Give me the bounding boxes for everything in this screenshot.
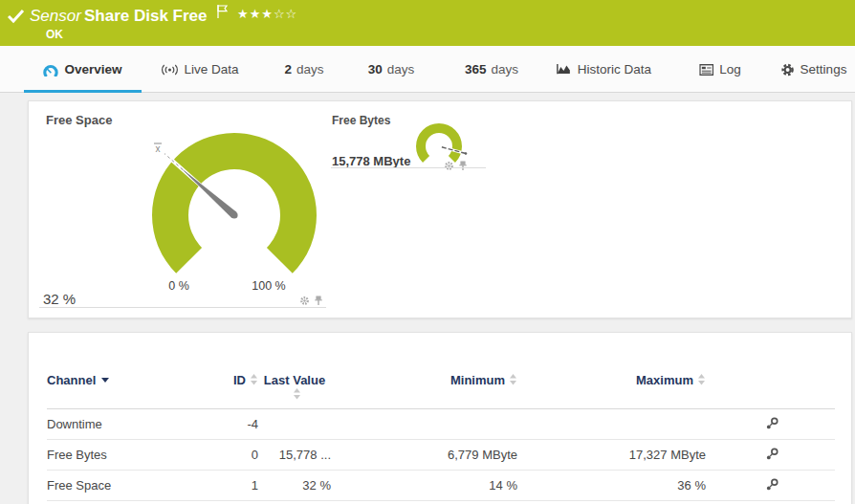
channel-minimum: 14 % <box>331 471 517 501</box>
tab-settings[interactable]: Settings <box>781 46 847 93</box>
priority-stars[interactable]: ★★★☆☆ <box>237 7 297 21</box>
free-space-gauge-title: Free Space <box>46 113 112 127</box>
table-row: Free Space 1 32 % 14 % 36 % <box>47 471 835 501</box>
channel-id: 1 <box>190 471 258 501</box>
tab-overview[interactable]: Overview <box>42 46 121 93</box>
channels-panel: Channel ID Last Value Minimum Maximum Do… <box>28 332 852 504</box>
free-bytes-tile-divider <box>331 167 486 168</box>
tab-live-data-label: Live Data <box>184 62 238 77</box>
gauge-pin-icon[interactable] <box>458 158 468 175</box>
column-header-maximum[interactable]: Maximum <box>517 333 706 409</box>
tab-2-days[interactable]: 2 days <box>284 46 323 93</box>
tab-365-days-number: 365 <box>465 62 487 77</box>
gauge-icon <box>42 63 58 77</box>
column-header-id[interactable]: ID <box>190 333 258 409</box>
object-kind-label: Sensor <box>30 7 81 26</box>
tab-365-days[interactable]: 365 days <box>465 46 518 93</box>
channel-last-value: 15,778 ... <box>258 440 331 471</box>
channel-last-value: 32 % <box>258 471 331 501</box>
channel-name: Free Space <box>47 471 190 501</box>
channel-maximum <box>517 409 706 440</box>
log-icon <box>699 64 713 76</box>
channel-maximum: 36 % <box>517 471 706 501</box>
tab-2-days-number: 2 <box>284 62 292 77</box>
channel-name: Downtime <box>47 409 190 440</box>
stars-filled: ★★★ <box>237 7 274 21</box>
free-bytes-tile-icons <box>444 158 468 175</box>
free-space-value: 32 % <box>43 291 76 307</box>
column-header-minimum[interactable]: Minimum <box>331 333 517 409</box>
channel-last-value <box>258 409 331 440</box>
sensor-status-badge: OK <box>46 28 63 41</box>
tab-live-data[interactable]: Live Data <box>161 46 238 93</box>
gauges-panel: Free Space x 0 % 100 % 32 % Free Bytes <box>28 100 852 318</box>
active-tab-underline <box>24 90 142 93</box>
chevron-down-icon <box>101 378 109 383</box>
sort-icon <box>697 374 706 388</box>
tab-historic-data-label: Historic Data <box>578 62 651 77</box>
tab-30-days-unit: days <box>387 62 415 77</box>
channel-minimum <box>331 409 517 440</box>
tab-30-days[interactable]: 30 days <box>368 46 415 93</box>
sensor-header: Sensor Share Disk Free ★★★☆☆ OK <box>0 0 855 46</box>
tab-log-label: Log <box>719 62 741 77</box>
column-header-actions <box>706 333 835 409</box>
channel-maximum: 17,327 MByte <box>517 440 706 471</box>
tab-historic-data[interactable]: Historic Data <box>556 46 651 93</box>
gear-icon <box>781 63 795 77</box>
channel-name: Free Bytes <box>47 440 190 471</box>
channel-table: Channel ID Last Value Minimum Maximum Do… <box>47 333 835 501</box>
tab-bar: Overview Live Data 2 days 30 days 365 da… <box>0 46 855 93</box>
flag-icon[interactable] <box>217 5 229 23</box>
tab-30-days-number: 30 <box>368 62 383 77</box>
tab-2-days-unit: days <box>296 62 324 77</box>
channel-settings-icon[interactable] <box>766 448 778 463</box>
tab-overview-label: Overview <box>64 62 121 77</box>
sort-icon <box>509 374 517 388</box>
gauge-scale-max-label: 100 % <box>246 279 292 293</box>
status-ok-check-icon <box>8 9 25 28</box>
live-data-icon <box>161 63 178 76</box>
chart-icon <box>556 63 572 76</box>
channel-id: 0 <box>190 440 258 471</box>
column-header-last-value[interactable]: Last Value <box>258 333 331 409</box>
free-bytes-value: 15,778 MByte <box>332 154 410 168</box>
sort-icon <box>293 388 301 403</box>
channel-minimum: 6,779 MByte <box>331 440 517 471</box>
channel-settings-icon[interactable] <box>766 478 778 493</box>
channel-id: -4 <box>190 409 258 440</box>
gauge-average-marker: x <box>156 143 161 154</box>
free-space-gauge: x <box>134 115 335 277</box>
free-space-tile-divider <box>39 307 326 308</box>
column-header-channel[interactable]: Channel <box>47 333 190 409</box>
sort-icon <box>250 374 258 388</box>
table-row: Free Bytes 0 15,778 ... 6,779 MByte 17,3… <box>47 440 835 471</box>
stars-empty: ☆☆ <box>274 7 297 21</box>
table-row: Downtime -4 <box>47 409 835 440</box>
channel-table-header-row: Channel ID Last Value Minimum Maximum <box>47 333 835 409</box>
tab-log[interactable]: Log <box>699 46 741 93</box>
gauge-gear-icon[interactable] <box>444 158 454 175</box>
tab-365-days-unit: days <box>492 62 519 77</box>
channel-settings-icon[interactable] <box>766 417 778 432</box>
free-bytes-gauge-title: Free Bytes <box>332 114 390 127</box>
sensor-title: Share Disk Free <box>84 7 208 26</box>
tab-settings-label: Settings <box>800 62 847 77</box>
gauge-scale-min-label: 0 % <box>160 279 198 293</box>
